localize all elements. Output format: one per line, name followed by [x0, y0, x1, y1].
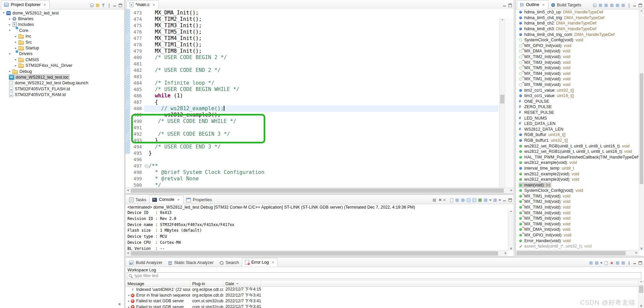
scroll-left-arrow-icon[interactable] — [126, 188, 130, 193]
code-line[interactable]: 485 /* USER CODE BEGIN WHILE */ — [130, 86, 498, 93]
outline-item[interactable]: sMX_TIM4_Init(void) : void — [516, 210, 639, 216]
tree-item[interactable]: STM32F405VGTX_RAM.ld — [0, 92, 124, 97]
export-log-icon[interactable] — [589, 261, 593, 265]
scroll-left-arrow-icon[interactable] — [126, 251, 130, 256]
expand-arrow-icon[interactable] — [13, 57, 18, 62]
outline-item[interactable]: RGB_buffur1 : uint32_t[] — [516, 138, 639, 143]
pin-console-icon[interactable] — [478, 198, 482, 203]
editor-horizontal-scrollbar[interactable] — [125, 187, 514, 193]
code-line[interactable]: 486 while (1) — [130, 93, 498, 99]
code-line[interactable]: 477 MX_TIM4_Init(); — [130, 35, 498, 42]
code-line[interactable]: 480 /* USER CODE BEGIN 2 */ — [130, 54, 498, 61]
outline-item[interactable]: sMX_TIM8_Init(void) : void — [516, 82, 639, 88]
code-line[interactable]: 498 * @brief System Clock Configuration — [130, 169, 498, 176]
code-line[interactable]: 474 MX_TIM2_Init(); — [130, 16, 498, 23]
console-output[interactable]: Device ID : 0x413Revision ID : Rev 2.0De… — [125, 210, 508, 251]
minimize-icon[interactable] — [632, 3, 637, 8]
maximize-icon[interactable] — [508, 198, 513, 203]
tree-item[interactable]: Drivers — [0, 51, 124, 57]
minimize-icon[interactable] — [632, 261, 637, 265]
outline-item[interactable]: SystemClock_Config(void) : void — [516, 37, 639, 43]
tree-item[interactable]: Binaries — [0, 16, 124, 21]
scroll-up-arrow-icon[interactable] — [638, 280, 644, 285]
expand-arrow-icon[interactable] — [7, 22, 12, 28]
outline-item[interactable]: ZERO_PULSE — [516, 104, 639, 110]
outline-item[interactable]: sMX_TIM5_Init(void) : void — [516, 216, 639, 221]
console-vertical-scrollbar[interactable] — [508, 210, 514, 251]
close-icon[interactable] — [177, 198, 180, 202]
scrollbar-thumb[interactable] — [131, 188, 504, 193]
scrollbar-thumb[interactable] — [500, 95, 504, 103]
editor-vertical-scrollbar[interactable] — [499, 18, 505, 194]
tree-item[interactable]: Core — [0, 28, 124, 33]
outline-item[interactable]: hdma_tim5_ch3_up : DMA_HandleTypeDef — [516, 9, 639, 15]
scroll-right-arrow-icon[interactable] — [503, 251, 507, 256]
tree-item[interactable]: dome_WS2812_led_test — [0, 10, 124, 16]
link-with-editor-icon[interactable] — [95, 3, 100, 8]
tab-error-log[interactable]: Error Log — [242, 258, 278, 267]
tree-item[interactable]: Src — [0, 39, 124, 45]
fold-collapse-icon[interactable] — [145, 164, 148, 168]
code-line[interactable]: 489 ws2812_example3(); — [130, 112, 498, 118]
code-line[interactable]: 481 — [130, 61, 498, 67]
outline-item[interactable]: sMX_TIM1_Init(void) : void — [516, 193, 639, 199]
scroll-up-arrow-icon[interactable] — [499, 18, 505, 23]
expand-arrow-icon[interactable] — [7, 16, 12, 22]
code-line[interactable]: 490 /* USER CODE END WHILE */ — [130, 118, 498, 125]
column-header-plugin[interactable]: Plug-in — [190, 280, 223, 287]
expand-arrow-icon[interactable] — [13, 34, 18, 39]
code-line[interactable]: 492 /* USER CODE BEGIN 3 */ — [130, 131, 498, 137]
outline-item[interactable]: sMX_TIM1_Init(void) : void — [516, 76, 639, 82]
code-line[interactable]: 495} — [130, 150, 498, 157]
tree-item[interactable]: dome_WS2812_led_test Debug.launch — [0, 80, 124, 86]
scroll-on-stdout-icon[interactable] — [466, 198, 471, 203]
tab-outline[interactable]: Outline — [517, 0, 548, 9]
outline-item[interactable]: WS2812_DATA_LEN — [516, 126, 639, 132]
scrollbar-thumb[interactable] — [640, 73, 643, 184]
outline-item[interactable]: sMX_DMA_Init(void) : void — [516, 227, 639, 232]
collapse-arrow-icon[interactable] — [1, 10, 6, 16]
scrollbar-thumb[interactable] — [517, 251, 626, 255]
code-line[interactable]: 494 /* USER CODE END 3 */ — [130, 144, 498, 150]
outline-item[interactable]: hdma_tim8_ch2 : DMA_HandleTypeDef — [516, 20, 639, 26]
minimize-icon[interactable] — [502, 198, 507, 203]
tree-item[interactable]: STM32F4xx_HAL_Driver — [0, 63, 124, 69]
outline-item[interactable]: RGB_buffur : uint16_t[] — [516, 132, 639, 138]
close-icon[interactable] — [152, 3, 156, 7]
console-horizontal-scrollbar[interactable] — [125, 250, 508, 256]
view-menu-icon[interactable] — [627, 261, 631, 265]
outline-item[interactable]: LED_NUMS — [516, 115, 639, 121]
column-header-message[interactable]: Message — [125, 280, 190, 287]
scroll-on-stderr-icon[interactable] — [472, 198, 477, 203]
expand-arrow-icon[interactable] — [7, 69, 12, 74]
outline-item[interactable]: Error_Handler(void) : void — [516, 238, 639, 244]
hide-non-public-icon[interactable] — [615, 3, 620, 8]
expand-arrow-icon[interactable] — [127, 305, 131, 308]
scroll-up-arrow-icon[interactable] — [508, 210, 514, 215]
dropdown-icon[interactable] — [498, 198, 501, 203]
code-line[interactable]: 496 — [130, 157, 498, 163]
tree-item[interactable]: Includes — [0, 22, 124, 28]
expand-arrow-icon[interactable] — [127, 299, 131, 303]
hide-static-icon[interactable] — [609, 3, 614, 8]
expand-arrow-icon[interactable] — [13, 39, 18, 45]
outline-vertical-scrollbar[interactable] — [639, 9, 644, 251]
scroll-down-arrow-icon[interactable] — [508, 246, 514, 251]
outline-item[interactable]: sMX_DMA_Init(void) : void — [516, 48, 639, 54]
tree-item[interactable]: CMSIS — [0, 57, 124, 62]
view-menu-icon[interactable] — [627, 3, 631, 8]
filter-icon[interactable] — [101, 3, 106, 8]
dropdown-icon[interactable] — [600, 261, 603, 265]
tree-item[interactable]: Inc — [0, 34, 124, 39]
outline-item[interactable]: ws2812_example2(void) : void — [516, 171, 639, 177]
log-row[interactable]: Error in final launch sequence:org.eclip… — [125, 292, 638, 298]
scroll-right-arrow-icon[interactable] — [509, 188, 513, 193]
import-log-icon[interactable] — [594, 261, 599, 265]
collapse-arrow-icon[interactable] — [7, 28, 12, 33]
code-line[interactable]: 476 MX_TIM5_Init(); — [130, 29, 498, 35]
outline-item[interactable]: sMX_TIM2_Init(void) : void — [516, 199, 639, 205]
open-console-icon[interactable] — [493, 198, 497, 203]
hide-inactive-icon[interactable] — [621, 3, 626, 8]
code-line[interactable]: 493 } — [130, 137, 498, 144]
tree-item[interactable]: Startup — [0, 45, 124, 51]
